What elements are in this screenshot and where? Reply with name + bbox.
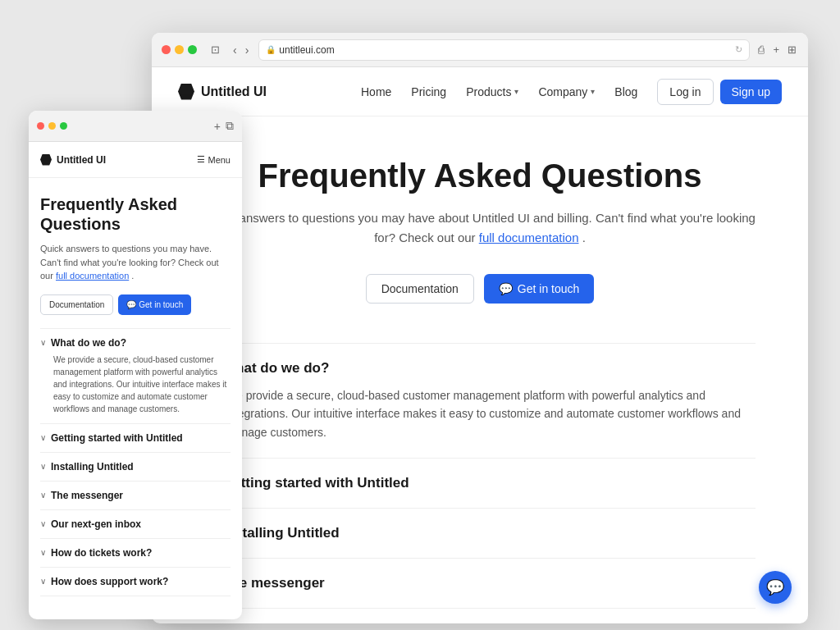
site-faq-content: Frequently Asked Questions Quick answers… [152, 116, 808, 623]
share-btn[interactable]: ⎙ [756, 42, 766, 57]
touch-label: Get in touch [518, 282, 580, 295]
mobile-faq-item: ∨How does support work? [40, 568, 231, 596]
logo-text: Untitled UI [201, 84, 267, 99]
signup-button[interactable]: Sign up [720, 80, 782, 104]
refresh-icon[interactable]: ↻ [735, 44, 742, 55]
mobile-browser-window: + ⧉ Untitled UI ☰ Menu Frequently Asked … [29, 111, 242, 619]
mobile-logo-text: Untitled UI [57, 154, 106, 166]
lock-icon: 🔒 [266, 45, 276, 54]
mobile-faq-item-header[interactable]: ∨Getting started with Untitled [40, 432, 231, 444]
mobile-faq-content: Frequently Asked Questions Quick answers… [29, 178, 242, 619]
mobile-faq-question: Installing Untitled [51, 461, 134, 472]
mobile-tl-green[interactable] [60, 122, 67, 130]
mobile-menu-label: Menu [208, 155, 231, 165]
mobile-faq-item: ∨How do tickets work? [40, 539, 231, 568]
faq-item-header[interactable]: ∨Getting started with Untitled [204, 475, 756, 491]
nav-products[interactable]: Products ▾ [466, 85, 518, 98]
desktop-tl-yellow[interactable] [175, 45, 184, 54]
mobile-faq-item-header[interactable]: ∨Installing Untitled [40, 461, 231, 472]
mobile-faq-subtitle-link[interactable]: full documentation [56, 271, 129, 281]
mobile-faq-item-header[interactable]: ∨What do we do? [40, 337, 231, 349]
mobile-faq-question: What do we do? [51, 337, 126, 349]
mobile-faq-title: Frequently Asked Questions [40, 194, 231, 234]
logo-icon [178, 84, 194, 100]
mobile-new-tab-btn[interactable]: + [214, 120, 221, 133]
more-btn[interactable]: ⊞ [786, 42, 798, 57]
faq-item-header[interactable]: ∨Installing Untitled [204, 525, 756, 541]
mobile-faq-item-header[interactable]: ∨The messenger [40, 490, 231, 501]
mobile-copy-btn[interactable]: ⧉ [226, 119, 234, 133]
faq-subtitle-link[interactable]: full documentation [479, 231, 579, 244]
faq-item-header[interactable]: ∨The messenger [204, 575, 756, 591]
mobile-faq-item: ∨Our next-gen inbox [40, 510, 231, 539]
desktop-tl-green[interactable] [188, 45, 197, 54]
back-btn[interactable]: ‹ [230, 42, 240, 58]
browser-actions: ⎙ + ⊞ [756, 42, 798, 57]
company-chevron: ▾ [591, 87, 595, 96]
faq-list: ∨What do we do?We provide a secure, clou… [204, 343, 756, 623]
mobile-faq-item-header[interactable]: ∨Our next-gen inbox [40, 518, 231, 530]
mobile-traffic-lights [37, 122, 67, 130]
mobile-faq-subtitle: Quick answers to questions you may have.… [40, 242, 231, 283]
faq-action-buttons: Documentation 💬 Get in touch [204, 274, 756, 304]
mobile-browser-chrome: + ⧉ [29, 111, 242, 142]
nav-pricing[interactable]: Pricing [411, 85, 446, 98]
browser-nav-buttons: ‹ › [230, 42, 252, 58]
faq-item: ∨Our next-gen inbox [204, 609, 756, 623]
nav-btn-group: Log in Sign up [657, 79, 782, 105]
site-nav-links: Home Pricing Products ▾ Company ▾ Blog [361, 85, 637, 98]
touch-button[interactable]: 💬 Get in touch [484, 274, 595, 304]
mobile-faq-chevron: ∨ [40, 433, 46, 442]
mobile-faq-chevron: ∨ [40, 491, 46, 500]
touch-icon: 💬 [499, 282, 513, 295]
chat-fab-button[interactable]: 💬 [759, 571, 792, 604]
mobile-tl-red[interactable] [37, 122, 44, 130]
faq-item-header[interactable]: ∨What do we do? [204, 360, 756, 377]
mobile-faq-question: The messenger [51, 490, 123, 501]
sidebar-toggle-btn[interactable]: ⊡ [207, 42, 223, 58]
mobile-tl-yellow[interactable] [48, 122, 56, 130]
nav-company[interactable]: Company ▾ [538, 85, 595, 98]
mobile-menu-button[interactable]: ☰ Menu [197, 154, 231, 165]
mobile-faq-item-header[interactable]: ∨How do tickets work? [40, 547, 231, 559]
desktop-tl-red[interactable] [162, 45, 171, 54]
faq-title: Frequently Asked Questions [204, 156, 756, 195]
faq-item: ∨Getting started with Untitled [204, 459, 756, 509]
forward-btn[interactable]: › [242, 42, 253, 58]
mobile-faq-question: How do tickets work? [51, 547, 152, 559]
nav-blog[interactable]: Blog [614, 85, 637, 98]
mobile-logo-icon [40, 154, 52, 166]
mobile-faq-item-header[interactable]: ∨How does support work? [40, 576, 231, 587]
mobile-faq-item: ∨Installing Untitled [40, 453, 231, 482]
mobile-touch-button[interactable]: 💬 Get in touch [118, 294, 191, 315]
mobile-site-logo: Untitled UI [40, 154, 106, 166]
mobile-faq-item: ∨What do we do?We provide a secure, clou… [40, 329, 231, 424]
mobile-faq-subtitle-end: . [131, 271, 134, 281]
docs-button[interactable]: Documentation [366, 274, 474, 304]
mobile-faq-answer: We provide a secure, cloud-based custome… [53, 354, 231, 415]
mobile-menu-icon: ☰ [197, 154, 205, 165]
products-chevron: ▾ [514, 87, 518, 96]
mobile-faq-chevron: ∨ [40, 462, 46, 471]
faq-subtitle: Quick answers to questions you may have … [204, 208, 756, 248]
mobile-faq-chevron: ∨ [40, 577, 46, 586]
login-button[interactable]: Log in [657, 79, 713, 105]
mobile-faq-item: ∨The messenger [40, 482, 231, 510]
mobile-faq-item: ∨Getting started with Untitled [40, 424, 231, 453]
nav-home[interactable]: Home [361, 85, 391, 98]
mobile-faq-question: How does support work? [51, 576, 168, 587]
add-tab-btn[interactable]: + [771, 42, 781, 57]
mobile-docs-button[interactable]: Documentation [40, 294, 113, 315]
address-bar[interactable]: 🔒 untitleui.com ↻ [258, 39, 750, 61]
url-text: untitleui.com [279, 44, 334, 56]
site-navbar: Untitled UI Home Pricing Products ▾ Comp… [152, 67, 808, 116]
mobile-faq-buttons: Documentation 💬 Get in touch [40, 294, 231, 315]
chat-fab-icon: 💬 [766, 578, 784, 596]
mobile-touch-icon: 💬 [126, 300, 136, 309]
mobile-touch-label: Get in touch [139, 300, 183, 309]
faq-item-answer: We provide a secure, cloud-based custome… [226, 386, 756, 441]
mobile-browser-nav: + ⧉ [214, 119, 234, 133]
desktop-browser-window: ⊡ ‹ › 🔒 untitleui.com ↻ ⎙ + ⊞ Untitled U… [152, 33, 808, 623]
mobile-faq-chevron: ∨ [40, 338, 46, 347]
faq-item: ∨What do we do?We provide a secure, clou… [204, 344, 756, 459]
